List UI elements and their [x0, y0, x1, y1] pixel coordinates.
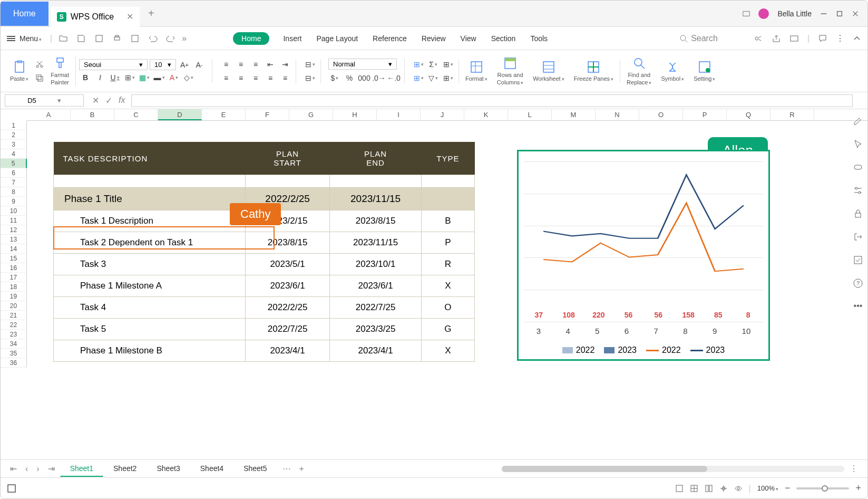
wrap-text-icon[interactable]: ⊟ [304, 73, 316, 83]
worksheet-button[interactable]: Worksheet [533, 75, 564, 82]
col-header[interactable]: N [596, 109, 639, 120]
row-header[interactable]: 9 [1, 197, 27, 206]
decrease-font-icon[interactable]: A- [193, 60, 206, 70]
copy-icon[interactable] [35, 73, 44, 83]
checkbox-icon[interactable] [853, 255, 863, 265]
row-header[interactable]: 4 [1, 149, 27, 159]
status-mode-icon[interactable] [7, 484, 16, 493]
comment-icon[interactable] [818, 34, 827, 43]
row-header[interactable]: 7 [1, 178, 27, 187]
rows-cols-button[interactable]: Rows and Columns [497, 72, 523, 85]
col-header[interactable]: D [158, 109, 202, 120]
decrease-indent-icon[interactable]: ⇤ [264, 59, 277, 70]
col-header[interactable]: G [289, 109, 333, 120]
logout-icon[interactable] [853, 232, 863, 242]
lock-icon[interactable] [853, 208, 863, 219]
align-middle-icon[interactable]: ≡ [235, 59, 247, 70]
chart-container[interactable]: Allen 371082205656158858 345678910 2022 … [517, 150, 770, 371]
sheet-nav-first-icon[interactable]: ⇤ [7, 464, 20, 474]
row-header[interactable]: 13 [1, 235, 27, 244]
number-format-select[interactable]: Normal▾ [328, 59, 397, 70]
col-header[interactable]: Q [727, 109, 771, 120]
autosum-icon[interactable]: Σ [427, 59, 440, 70]
more-menu-icon[interactable]: ⋮ [836, 33, 844, 43]
justify-icon[interactable]: ≡ [264, 73, 277, 83]
row-header[interactable]: 36 [1, 358, 27, 368]
inbox-icon[interactable] [789, 34, 799, 43]
cancel-formula-icon[interactable]: ✕ [92, 95, 99, 105]
row-header[interactable]: 17 [1, 273, 27, 282]
row-header[interactable]: 10 [1, 206, 27, 216]
row-header[interactable]: 2 [1, 130, 27, 140]
clear-format-button[interactable]: ◇ [182, 72, 195, 83]
ribbon-tab-reference[interactable]: Reference [372, 32, 408, 45]
distribute-icon[interactable]: ≡ [279, 73, 291, 83]
cell-style-button[interactable]: ▦ [138, 72, 151, 83]
table-row[interactable]: Task 32023/5/12023/10/1R [54, 254, 475, 275]
zoom-out-icon[interactable]: − [785, 483, 791, 494]
format-painter-icon[interactable] [53, 56, 67, 71]
minimize-icon[interactable] [820, 10, 827, 17]
row-header[interactable]: 21 [1, 311, 27, 320]
underline-button[interactable]: U [109, 72, 121, 83]
cond-format-icon[interactable]: ⊞ [412, 59, 425, 70]
sheet-tab[interactable]: Sheet3 [147, 460, 190, 477]
currency-icon[interactable]: $ [328, 73, 341, 83]
comma-icon[interactable]: 000 [358, 73, 370, 83]
row-header[interactable]: 11 [1, 216, 27, 225]
maximize-icon[interactable] [836, 10, 843, 17]
shape-icon[interactable] [853, 162, 863, 172]
ribbon-tab-section[interactable]: Section [490, 32, 517, 45]
avatar[interactable] [758, 8, 769, 19]
align-left-icon[interactable]: ≡ [220, 73, 232, 83]
row-header[interactable]: 23 [1, 330, 27, 339]
decrease-decimal-icon[interactable]: ←.0 [387, 73, 400, 83]
scroll-options-icon[interactable]: ⋮ [846, 464, 861, 474]
menu-button[interactable]: Menu [19, 34, 42, 43]
row-header[interactable]: 15 [1, 254, 27, 263]
row-header[interactable]: 20 [1, 301, 27, 311]
table-row[interactable]: Task 52022/7/252023/3/25G [54, 319, 475, 340]
edit-icon[interactable] [853, 116, 863, 126]
collapse-ribbon-icon[interactable] [853, 34, 861, 43]
share-icon[interactable] [754, 34, 763, 43]
close-tab-icon[interactable]: ✕ [126, 12, 133, 22]
clipboard-icon[interactable] [12, 60, 27, 74]
align-right-icon[interactable]: ≡ [249, 73, 262, 83]
fill-color-button[interactable]: ▬ [153, 72, 165, 83]
col-header[interactable]: I [377, 109, 421, 120]
view-reading-icon[interactable] [719, 484, 728, 493]
zoom-percent[interactable]: 100% [757, 484, 778, 492]
spreadsheet-grid[interactable]: ABCDEFGHIJKLMNOPQR 123456789101112131415… [1, 109, 867, 415]
sheet-tab[interactable]: Sheet5 [233, 460, 277, 477]
sheet-content[interactable]: TASK DESCRIPTION PLAN START PLAN END TYP… [27, 121, 867, 415]
accept-formula-icon[interactable]: ✓ [105, 95, 112, 105]
sheet-tab[interactable]: Sheet2 [103, 460, 147, 477]
ribbon-tab-tools[interactable]: Tools [529, 32, 549, 45]
format-button[interactable]: Format [465, 75, 487, 82]
ribbon-tab-insert[interactable]: Insert [282, 32, 303, 45]
cell-reference-box[interactable]: D5▾ [5, 94, 84, 107]
paste-button[interactable]: Paste [10, 75, 28, 82]
sheet-tab[interactable]: Sheet4 [190, 460, 233, 477]
italic-button[interactable]: I [94, 72, 106, 83]
row-header[interactable]: 16 [1, 263, 27, 273]
col-header[interactable]: K [464, 109, 508, 120]
tablet-mode-icon[interactable] [743, 10, 750, 17]
ribbon-tab-review[interactable]: Review [421, 32, 447, 45]
align-center-icon[interactable]: ≡ [235, 73, 247, 83]
align-bottom-icon[interactable]: ≡ [249, 59, 262, 70]
symbol-button[interactable]: Symbol [661, 75, 684, 82]
increase-decimal-icon[interactable]: .0→ [373, 73, 385, 83]
zoom-slider[interactable] [796, 487, 849, 490]
new-tab-button[interactable]: + [148, 7, 154, 20]
row-header[interactable]: 22 [1, 320, 27, 330]
setting-button[interactable]: Setting [694, 75, 715, 82]
sheet-nav-last-icon[interactable]: ⇥ [45, 464, 58, 474]
rows-cols-icon[interactable] [503, 56, 518, 71]
col-header[interactable]: A [27, 109, 71, 120]
hamburger-icon[interactable] [7, 36, 15, 41]
undo-icon[interactable] [148, 34, 158, 43]
row-header[interactable]: 19 [1, 292, 27, 301]
symbol-icon[interactable] [665, 60, 680, 74]
